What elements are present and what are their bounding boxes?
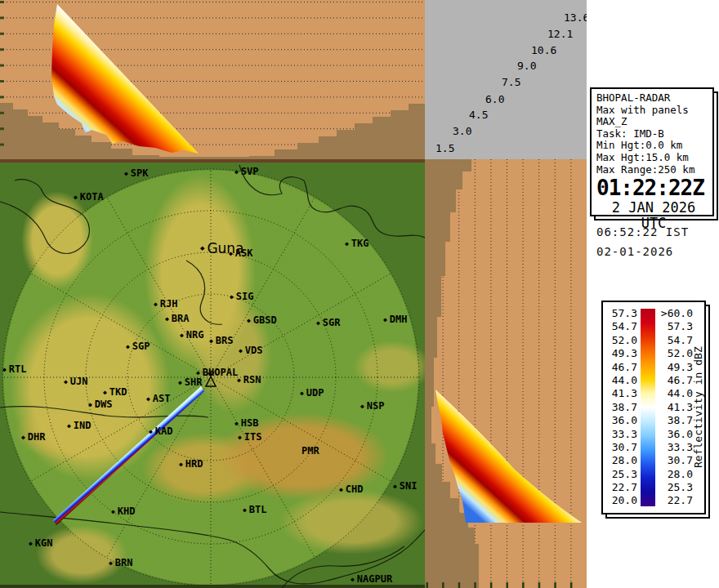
- legend-upper-bounds: >60.057.354.752.049.346.744.041.338.736.…: [657, 307, 693, 508]
- legend-title: Reflectivity in dBZ: [692, 314, 704, 501]
- height-label: 1.5: [435, 142, 454, 154]
- legend-value: 25.3: [606, 468, 637, 481]
- station-marker-icon: ◆: [247, 315, 251, 326]
- legend-value: 57.3: [657, 320, 693, 333]
- station-label-udp: ◆UDP: [300, 388, 324, 399]
- station-marker-icon: ◆: [360, 401, 364, 412]
- local-time-block: 06:52:22 IST 02-01-2026: [596, 222, 719, 261]
- legend-value: 49.3: [657, 361, 693, 374]
- station-label-tkd: ◆TKD: [103, 387, 127, 398]
- product-description: Max with panels: [596, 105, 712, 117]
- station-label-ast: ◆AST: [146, 394, 171, 404]
- station-marker-icon: ◆: [29, 538, 33, 549]
- legend-value: 41.3: [657, 401, 693, 414]
- station-label-dhr: ◆DHR: [21, 432, 46, 443]
- height-label: 10.6: [531, 44, 556, 56]
- height-label: 6.0: [485, 93, 504, 105]
- cross-section-panel-top: [0, 0, 425, 159]
- station-marker-icon: ◆: [209, 336, 213, 346]
- station-label-kgn: ◆KGN: [29, 538, 53, 549]
- legend-value: 28.0: [606, 454, 637, 467]
- legend-value: 46.7: [657, 374, 693, 387]
- max-range: Max Range:250 km: [596, 164, 712, 176]
- station-label-kad: ◆KAD: [149, 426, 173, 437]
- legend-value: 33.3: [657, 441, 693, 454]
- legend-value: 57.3: [606, 307, 637, 320]
- station-label-vds: ◆VDS: [239, 345, 263, 356]
- station-label-ask: ◆ASK: [229, 248, 253, 259]
- radar-info-box: BHOPAL-RADAR Max with panels MAX_Z Task:…: [590, 87, 714, 216]
- min-height: Min Hgt:0.0 km: [596, 140, 712, 152]
- legend-value: 22.7: [606, 481, 637, 494]
- station-marker-icon: ◆: [200, 245, 204, 252]
- station-marker-icon: ◆: [149, 426, 153, 437]
- station-marker-icon: ◆: [2, 364, 7, 375]
- legend-value: 33.3: [606, 428, 637, 441]
- station-marker-icon: ◆: [88, 399, 92, 410]
- station-marker-icon: ◆: [146, 394, 150, 404]
- product-code: MAX_Z: [596, 116, 712, 128]
- station-label-chd: ◆CHD: [339, 484, 364, 495]
- station-label-kota: ◆KOTA: [74, 192, 104, 203]
- station-label-nrg: ◆NRG: [180, 330, 204, 341]
- station-label-hsb: ◆HSB: [234, 418, 259, 429]
- legend-value: 38.7: [606, 401, 637, 414]
- station-label-nsp: ◆NSP: [360, 401, 385, 412]
- station-label-dws: ◆DWS: [88, 399, 113, 410]
- station-label-rsn: ◆RSN: [237, 375, 261, 385]
- station-label-rtl: ◆RTL: [2, 364, 27, 375]
- height-label: 4.5: [469, 109, 488, 121]
- station-label-sni: ◆SNI: [393, 481, 418, 492]
- station-label-dmh: ◆DMH: [383, 314, 408, 325]
- station-marker-icon: ◆: [178, 377, 182, 388]
- legend-value: 28.0: [657, 468, 693, 481]
- station-label-rjh: ◆RJH: [154, 299, 178, 310]
- legend-colorbar: [641, 309, 655, 506]
- station-label-spk: ◆SPK: [124, 168, 149, 179]
- station-marker-icon: ◆: [339, 484, 343, 495]
- station-label-svp: ◆SVP: [234, 167, 259, 177]
- radar-name: BHOPAL-RADAR: [596, 92, 712, 105]
- station-label-sig: ◆SIG: [230, 292, 254, 302]
- height-scale-panel: 13.612.110.69.07.56.04.53.01.5: [425, 0, 587, 159]
- station-marker-icon: ◆: [316, 318, 320, 328]
- station-label-brn: ◆BRN: [109, 558, 133, 568]
- terrain-profile-side: [425, 159, 479, 588]
- task-name: Task: IMD-B: [596, 128, 712, 140]
- station-label-gbsd: ◆GBSD: [247, 315, 277, 326]
- legend-value: 38.7: [657, 414, 693, 427]
- height-label: 3.0: [453, 125, 471, 137]
- station-label-btl: ◆BTL: [243, 505, 267, 515]
- station-marker-icon: ◆: [243, 505, 247, 515]
- station-marker-icon: ◆: [154, 299, 158, 310]
- station-label-bra: ◆BRA: [165, 314, 190, 324]
- cross-section-top-graphic: [0, 0, 425, 159]
- station-marker-icon: ◆: [351, 574, 355, 585]
- station-marker-icon: ◆: [67, 421, 71, 431]
- station-marker-icon: ◆: [230, 292, 234, 302]
- station-marker-icon: ◆: [383, 314, 387, 325]
- legend-value: 49.3: [606, 347, 637, 360]
- ist-time: 06:52:22 IST: [596, 222, 719, 242]
- legend-value: 30.7: [657, 454, 693, 467]
- height-label: 7.5: [502, 76, 520, 88]
- station-label-its: ◆ITS: [238, 432, 262, 443]
- legend-value: 52.0: [606, 334, 637, 347]
- station-label-pmr: PMR: [301, 446, 319, 457]
- legend-value: 36.0: [606, 414, 637, 427]
- station-marker-icon: ◆: [64, 376, 68, 387]
- legend-lower-bounds: 57.354.752.049.346.744.041.338.736.033.3…: [606, 307, 637, 508]
- station-marker-icon: ◆: [393, 481, 397, 492]
- station-label-ujn: ◆UJN: [64, 376, 88, 387]
- legend-value: 44.0: [657, 387, 693, 400]
- station-marker-icon: ◆: [238, 432, 242, 443]
- station-marker-icon: ◆: [239, 345, 243, 356]
- legend-value: 41.3: [606, 387, 637, 400]
- legend-value: >60.0: [657, 307, 693, 320]
- station-label-tkg: ◆TKG: [345, 238, 369, 249]
- legend-value: 30.7: [606, 441, 637, 454]
- legend-value: 46.7: [606, 361, 637, 374]
- station-label-brs: ◆BRS: [209, 336, 234, 346]
- station-label-ind: ◆IND: [67, 421, 92, 431]
- legend-value: 25.3: [657, 481, 693, 494]
